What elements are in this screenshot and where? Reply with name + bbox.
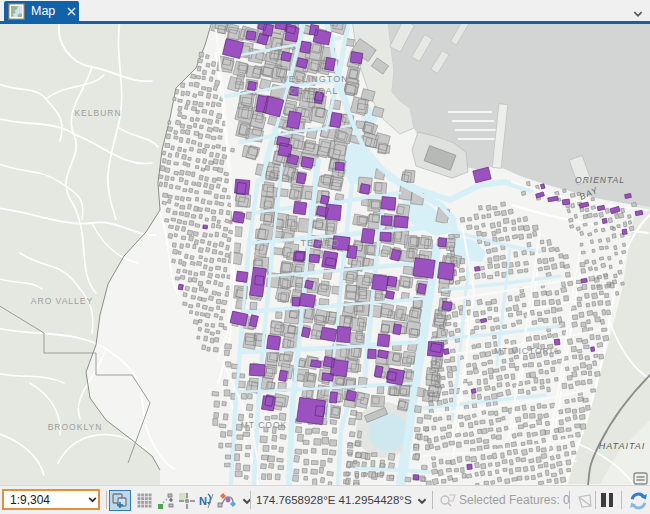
svg-text:MT VICTORIA: MT VICTORIA bbox=[494, 346, 559, 356]
svg-text:KELBURN: KELBURN bbox=[74, 108, 121, 118]
svg-text:CENTRAL: CENTRAL bbox=[289, 86, 338, 96]
svg-text:MT COOK: MT COOK bbox=[241, 420, 288, 430]
svg-text:ARO VALLEY: ARO VALLEY bbox=[31, 296, 93, 306]
svg-text:WELLINGTON: WELLINGTON bbox=[279, 74, 348, 84]
svg-text:TE ARO: TE ARO bbox=[300, 238, 339, 248]
svg-text:N: N bbox=[199, 495, 207, 507]
svg-text:ORIENTAL: ORIENTAL bbox=[575, 175, 625, 185]
svg-text:HATAITAI: HATAITAI bbox=[599, 441, 646, 451]
svg-text:BROOKLYN: BROOKLYN bbox=[48, 422, 103, 432]
